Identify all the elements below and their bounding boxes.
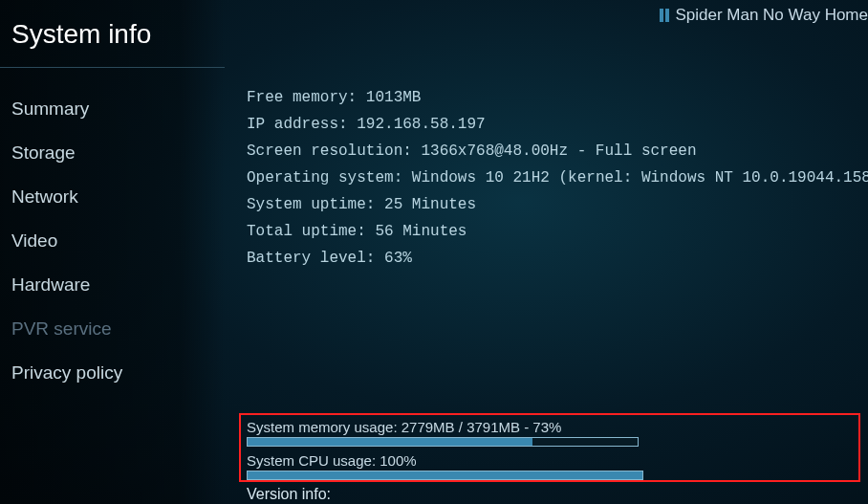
sidebar-item-pvr-service[interactable]: PVR service [0,307,225,351]
memory-used: 2779MB [401,419,455,435]
operating-system-label: Operating system: [247,169,402,186]
battery-level-line: Battery level: 63% [247,245,860,272]
memory-usage-label: System memory usage: 2779MB / 3791MB - 7… [247,419,860,435]
battery-level-value: 63% [384,250,412,267]
screen-resolution-label: Screen resolution: [247,142,412,160]
sidebar: System info Summary Storage Network Vide… [0,0,225,504]
cpu-percent: 100% [380,452,416,469]
system-uptime-value: 25 Minutes [384,196,476,213]
cpu-usage-label: System CPU usage: 100% [247,452,860,469]
sidebar-item-video[interactable]: Video [0,219,225,263]
total-uptime-label: Total uptime: [247,223,366,240]
page-title: System info [0,10,225,68]
battery-level-label: Battery level: [247,250,375,267]
now-playing: Spider Man No Way Home [660,6,868,25]
free-memory-line: Free memory: 1013MB [247,84,860,111]
system-info-panel: Free memory: 1013MB IP address: 192.168.… [247,84,860,272]
cpu-progress-bar [247,471,643,480]
free-memory-value: 1013MB [366,89,422,106]
now-playing-title: Spider Man No Way Home [675,6,868,25]
cpu-progress-fill [248,471,642,479]
pause-icon [660,9,669,22]
usage-section: System memory usage: 2779MB / 3791MB - 7… [247,419,860,486]
screen-resolution-value: 1366x768@48.00Hz - Full screen [421,142,696,160]
sidebar-item-privacy-policy[interactable]: Privacy policy [0,351,225,395]
sidebar-item-summary[interactable]: Summary [0,87,225,131]
total-uptime-line: Total uptime: 56 Minutes [247,218,860,245]
ip-address-line: IP address: 192.168.58.197 [247,111,860,138]
memory-total: 3791MB [467,419,520,435]
operating-system-line: Operating system: Windows 10 21H2 (kerne… [247,164,860,191]
operating-system-value: Windows 10 21H2 (kernel: Windows NT 10.0… [412,169,868,186]
screen-resolution-line: Screen resolution: 1366x768@48.00Hz - Fu… [247,138,860,164]
sidebar-item-network[interactable]: Network [0,175,225,219]
memory-progress-bar [247,437,639,447]
total-uptime-value: 56 Minutes [375,223,467,240]
version-info-label: Version info: [247,486,331,503]
memory-percent: 73% [532,419,561,435]
ip-address-label: IP address: [247,116,348,133]
memory-progress-fill [248,438,532,446]
system-uptime-line: System uptime: 25 Minutes [247,191,860,218]
ip-address-value: 192.168.58.197 [357,116,485,133]
sidebar-item-hardware[interactable]: Hardware [0,263,225,307]
system-uptime-label: System uptime: [247,196,375,213]
sidebar-item-storage[interactable]: Storage [0,131,225,175]
free-memory-label: Free memory: [247,89,357,106]
